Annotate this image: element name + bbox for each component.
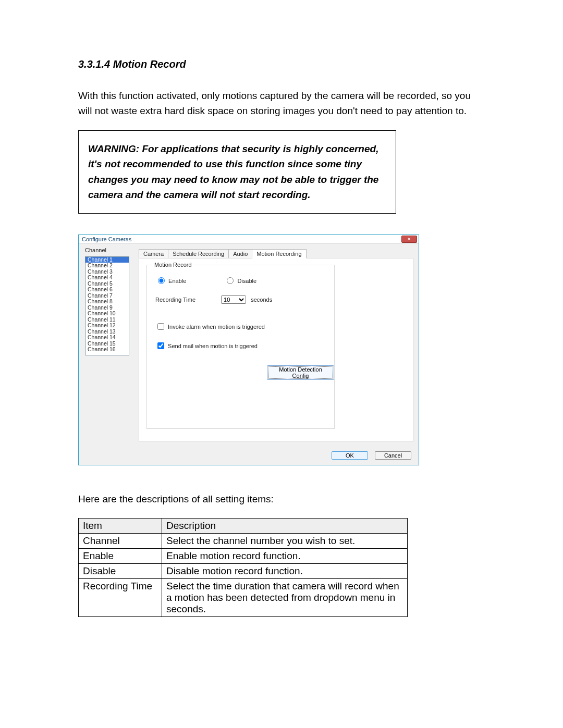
invoke-alarm-label: Invoke alarm when motion is triggered — [168, 324, 265, 330]
tab-motion-recording[interactable]: Motion Recording — [252, 249, 306, 258]
channel-item[interactable]: Channel 14 — [85, 335, 129, 341]
tab-bar: CameraSchedule RecordingAudioMotion Reco… — [139, 249, 306, 258]
warning-box: WARNING: For applications that security … — [78, 130, 396, 214]
motion-recording-panel: Motion Record Enable Disable Recording T… — [139, 258, 413, 441]
invoke-alarm-checkbox[interactable]: Invoke alarm when motion is triggered — [155, 322, 265, 331]
channel-item[interactable]: Channel 6 — [85, 287, 129, 293]
channel-item[interactable]: Channel 2 — [85, 263, 129, 269]
group-legend: Motion Record — [152, 262, 194, 268]
table-header-item: Item — [79, 519, 162, 534]
recording-time-select[interactable]: 10 — [221, 295, 246, 304]
channel-item[interactable]: Channel 4 — [85, 275, 129, 281]
tab-camera[interactable]: Camera — [139, 249, 168, 258]
dialog-title: Configure Cameras — [79, 235, 419, 244]
table-cell-item: Disable — [79, 564, 162, 579]
tab-schedule-recording[interactable]: Schedule Recording — [168, 249, 229, 258]
descriptions-intro: Here are the descriptions of all setting… — [78, 491, 485, 507]
channel-list[interactable]: Channel 1Channel 2Channel 3Channel 4Chan… — [85, 256, 129, 355]
table-cell-item: Enable — [79, 549, 162, 564]
enable-radio-label: Enable — [168, 278, 186, 284]
disable-radio[interactable]: Disable — [224, 276, 256, 284]
table-cell-description: Disable motion record function. — [162, 564, 408, 579]
table-cell-description: Select the channel number you wish to se… — [162, 534, 408, 549]
close-icon: ✕ — [407, 237, 411, 242]
channel-item[interactable]: Channel 10 — [85, 311, 129, 317]
channel-list-label: Channel — [85, 247, 106, 253]
motion-record-group: Motion Record Enable Disable Recording T… — [146, 265, 335, 429]
send-mail-checkbox[interactable]: Send mail when motion is triggered — [155, 341, 258, 351]
table-cell-description: Enable motion record function. — [162, 549, 408, 564]
intro-paragraph: With this function activated, only motio… — [78, 88, 485, 119]
channel-item[interactable]: Channel 16 — [85, 347, 129, 353]
seconds-label: seconds — [251, 297, 272, 303]
table-header-description: Description — [162, 519, 408, 534]
send-mail-label: Send mail when motion is triggered — [168, 343, 258, 349]
table-cell-item: Channel — [79, 534, 162, 549]
disable-radio-label: Disable — [237, 278, 256, 284]
enable-radio[interactable]: Enable — [155, 276, 186, 284]
channel-item[interactable]: Channel 12 — [85, 323, 129, 329]
motion-detection-config-button[interactable]: Motion Detection Config — [267, 365, 334, 380]
close-button[interactable]: ✕ — [401, 236, 417, 243]
settings-description-table: Item Description ChannelSelect the chann… — [78, 518, 408, 617]
channel-item[interactable]: Channel 8 — [85, 299, 129, 305]
section-heading: 3.3.1.4 Motion Record — [78, 58, 485, 70]
configure-cameras-dialog: Configure Cameras ✕ Channel Channel 1Cha… — [78, 235, 419, 465]
ok-button[interactable]: OK — [332, 451, 368, 460]
recording-time-label: Recording Time — [155, 297, 195, 303]
cancel-button[interactable]: Cancel — [375, 451, 411, 460]
table-cell-description: Select the time duration that camera wil… — [162, 579, 408, 617]
table-cell-item: Recording Time — [79, 579, 162, 617]
tab-audio[interactable]: Audio — [228, 249, 252, 258]
